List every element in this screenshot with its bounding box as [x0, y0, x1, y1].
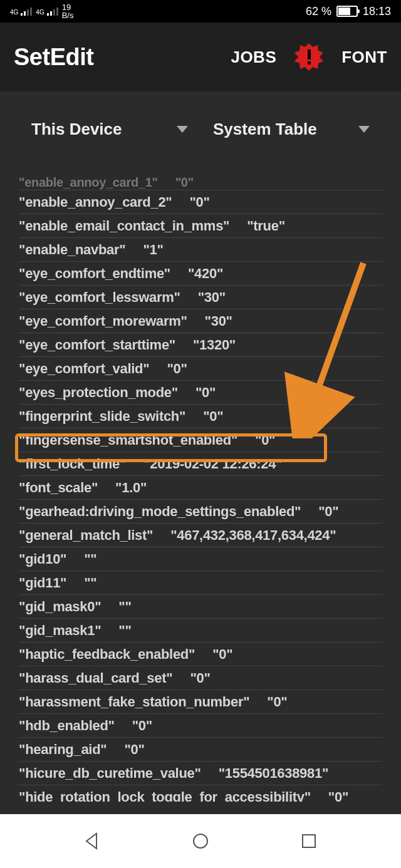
chevron-down-icon — [358, 126, 370, 133]
device-dropdown-label: This Device — [31, 120, 122, 139]
table-dropdown[interactable]: System Table — [213, 120, 370, 139]
row-value: "30" — [205, 313, 232, 329]
svg-point-6 — [194, 834, 207, 848]
row-value: "0" — [255, 432, 275, 448]
app-actions: JOBS FONT — [231, 42, 387, 72]
row-key: "harassment_fake_station_number" — [19, 694, 249, 710]
row-value: "0" — [124, 741, 144, 758]
row-key: "enable_email_contact_in_mms" — [19, 218, 229, 234]
svg-marker-5 — [86, 834, 96, 849]
table-row[interactable]: "fingerprint_slide_switch""0" — [19, 405, 382, 428]
table-row[interactable]: "fingersense_smartshot_enabled""0" — [19, 428, 382, 452]
row-key: "first_lock_time" — [19, 456, 126, 472]
row-key: "enable_navbar" — [19, 242, 125, 258]
table-row[interactable]: "gid_mask0""" — [19, 595, 382, 619]
row-key: "eye_comfort_valid" — [19, 361, 149, 377]
row-value: "" — [118, 623, 131, 639]
row-value: "2019-02-02 12:26:24" — [143, 456, 282, 472]
font-button[interactable]: FONT — [341, 48, 387, 67]
chevron-down-icon — [177, 126, 188, 133]
table-row[interactable]: "eye_comfort_endtime""420" — [19, 262, 382, 286]
row-value: "true" — [247, 218, 285, 234]
row-value: "1554501638981" — [219, 765, 328, 782]
row-key: "haptic_feedback_enabled" — [19, 646, 195, 663]
table-row[interactable]: "hearing_aid""0" — [19, 738, 382, 762]
row-value: "420" — [188, 266, 223, 282]
row-value: "0" — [167, 361, 187, 377]
signal-1: 4G — [10, 8, 32, 16]
battery-percent: 62 % — [306, 5, 331, 18]
signal-2: 4G — [36, 8, 58, 16]
table-row[interactable]: "eye_comfort_valid""0" — [19, 357, 382, 381]
table-row[interactable]: "hdb_enabled""0" — [19, 714, 382, 738]
row-key: "eyes_protection_mode" — [19, 385, 178, 401]
table-row[interactable]: "gid_mask1""" — [19, 619, 382, 643]
dropdown-row: This Device System Table — [0, 91, 401, 167]
svg-rect-1 — [308, 49, 311, 59]
row-value: "0" — [328, 789, 348, 802]
table-row[interactable]: "enable_email_contact_in_mms""true" — [19, 214, 382, 238]
row-key: "hdb_enabled" — [19, 718, 115, 734]
row-value: "30" — [198, 289, 226, 306]
row-value: "1.0" — [115, 480, 147, 496]
device-dropdown[interactable]: This Device — [31, 120, 188, 139]
row-key: "harass_dual_card_set" — [19, 670, 172, 686]
app-title: SetEdit — [14, 44, 93, 71]
row-value: "" — [84, 575, 96, 591]
row-key: "eye_comfort_endtime" — [19, 266, 170, 282]
home-button[interactable] — [188, 829, 213, 854]
row-key: "gid10" — [19, 551, 66, 567]
row-key: "eye_comfort_starttime" — [19, 337, 175, 353]
recent-button[interactable] — [296, 829, 321, 854]
settings-list[interactable]: "enable_annoy_card_1""0""enable_annoy_ca… — [19, 175, 382, 802]
table-row[interactable]: "eye_comfort_starttime""1320" — [19, 333, 382, 357]
row-key: "enable_annoy_card_2" — [19, 194, 172, 210]
row-key: "gearhead:driving_mode_settings_enabled" — [19, 504, 301, 520]
table-row[interactable]: "eyes_protection_mode""0" — [19, 381, 382, 405]
row-key: "enable_annoy_card_1" — [19, 175, 158, 190]
alert-burst-icon[interactable] — [294, 42, 324, 72]
row-value: "0" — [212, 646, 232, 663]
row-key: "font_scale" — [19, 480, 98, 496]
table-row[interactable]: "eye_comfort_lesswarm""30" — [19, 286, 382, 309]
table-row[interactable]: "eye_comfort_morewarm""30" — [19, 309, 382, 333]
row-value: "0" — [267, 694, 287, 710]
row-key: "general_match_list" — [19, 527, 153, 544]
row-key: "gid_mask0" — [19, 599, 101, 615]
table-row[interactable]: "haptic_feedback_enabled""0" — [19, 643, 382, 666]
row-value: "0" — [175, 175, 194, 190]
row-key: "eye_comfort_morewarm" — [19, 313, 187, 329]
table-row[interactable]: "gearhead:driving_mode_settings_enabled"… — [19, 500, 382, 524]
table-row[interactable]: "enable_navbar""1" — [19, 238, 382, 262]
status-right: 62 % 18:13 — [306, 5, 391, 18]
table-row[interactable]: "general_match_list""467,432,368,417,634… — [19, 524, 382, 547]
navigation-bar — [0, 814, 401, 868]
table-row[interactable]: "gid11""" — [19, 571, 382, 595]
status-left: 4G 4G 19 B/s — [10, 3, 73, 19]
battery-icon — [336, 6, 358, 17]
row-key: "fingerprint_slide_switch" — [19, 408, 185, 425]
jobs-button[interactable]: JOBS — [231, 48, 276, 67]
row-key: "eye_comfort_lesswarm" — [19, 289, 180, 306]
row-key: "hearing_aid" — [19, 741, 107, 758]
row-value: "0" — [203, 408, 223, 425]
table-row[interactable]: "hicure_db_curetime_value""1554501638981… — [19, 762, 382, 785]
table-row[interactable]: "enable_annoy_card_1""0" — [19, 175, 382, 190]
row-key: "gid_mask1" — [19, 623, 101, 639]
table-row[interactable]: "first_lock_time""2019-02-02 12:26:24" — [19, 452, 382, 476]
row-value: "0" — [132, 718, 152, 734]
row-value: "0" — [318, 504, 338, 520]
table-dropdown-label: System Table — [213, 120, 317, 139]
table-row[interactable]: "enable_annoy_card_2""0" — [19, 190, 382, 214]
row-value: "0" — [195, 385, 216, 401]
back-button[interactable] — [80, 829, 105, 854]
row-value: "0" — [189, 194, 209, 210]
table-row[interactable]: "font_scale""1.0" — [19, 476, 382, 500]
table-row[interactable]: "gid10""" — [19, 547, 382, 571]
row-value: "467,432,368,417,634,424" — [170, 527, 336, 544]
table-row[interactable]: "harass_dual_card_set""0" — [19, 666, 382, 690]
table-row[interactable]: "hide_rotation_lock_toggle_for_accessibi… — [19, 785, 382, 802]
row-value: "1320" — [193, 337, 236, 353]
app-bar: SetEdit JOBS FONT — [0, 23, 401, 91]
table-row[interactable]: "harassment_fake_station_number""0" — [19, 690, 382, 714]
